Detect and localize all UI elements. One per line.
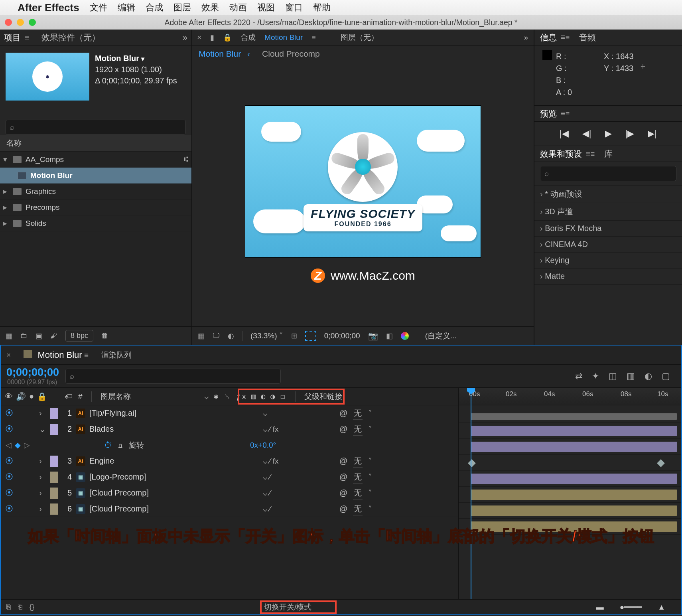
view-layout-dropdown[interactable]: (自定义...: [425, 331, 457, 341]
next-frame-icon[interactable]: |▶: [625, 128, 635, 139]
layer-switches[interactable]: ⌵ ⁄ fx: [263, 456, 335, 466]
flowchart-icon[interactable]: ⑆: [184, 155, 188, 164]
panel-menu-icon[interactable]: ≡: [561, 109, 567, 118]
keyframe-icon[interactable]: [657, 459, 665, 467]
comp-mini-flowchart-icon[interactable]: ⇄: [575, 371, 582, 381]
rotation-value[interactable]: 0x+0.0°: [250, 441, 276, 450]
label-col-icon[interactable]: 🏷: [65, 392, 73, 401]
chevron-down-icon[interactable]: ˅: [368, 456, 372, 466]
mask-icon[interactable]: ◐: [228, 332, 234, 340]
timeline-tab-render-queue[interactable]: 渲染队列: [101, 350, 132, 360]
twirl-icon[interactable]: ›: [39, 409, 46, 418]
layer-track[interactable]: [459, 471, 681, 487]
effects-category[interactable]: 3D 声道: [534, 203, 682, 220]
pickwhip-icon[interactable]: @: [339, 504, 347, 513]
effects-category[interactable]: * 动画预设: [534, 185, 682, 203]
panel-menu-icon[interactable]: ≡: [586, 149, 592, 158]
menu-view[interactable]: 视图: [257, 2, 275, 14]
toggle-inout-icon[interactable]: {}: [30, 603, 34, 611]
work-area-bar[interactable]: [459, 405, 681, 423]
twirl-icon[interactable]: ⌄: [39, 424, 46, 434]
timeline-search-input[interactable]: ⌕: [65, 369, 281, 384]
snapshot-icon[interactable]: 📷: [368, 331, 378, 341]
panel-menu-icon[interactable]: ≡: [311, 34, 316, 42]
zoom-dropdown[interactable]: (33.3%): [250, 331, 283, 340]
tab-layer-none[interactable]: 图层（无）: [341, 32, 378, 43]
parent-dropdown[interactable]: 无: [353, 455, 363, 468]
audio-col-icon[interactable]: 🔊: [16, 392, 26, 401]
last-frame-icon[interactable]: ▶|: [648, 128, 657, 139]
lock-icon[interactable]: 🔒: [223, 33, 232, 42]
color-management-icon[interactable]: [401, 332, 409, 340]
layer-track[interactable]: [459, 423, 681, 439]
effects-category[interactable]: Matte: [534, 268, 682, 284]
motion-blur-icon[interactable]: ◐: [645, 371, 652, 381]
interpret-footage-icon[interactable]: ▦: [6, 332, 12, 340]
folder-aa-comps[interactable]: ▾ AA_Comps ⑆: [0, 152, 191, 168]
layer-row[interactable]: ⦿›4▣[Logo-Precomp]⌵ ⁄@无˅: [1, 469, 458, 485]
lock-col-icon[interactable]: 🔒: [37, 392, 47, 401]
close-tab-icon[interactable]: ×: [6, 351, 11, 359]
zoom-out-icon[interactable]: ▬: [596, 603, 604, 612]
breadcrumb-motion-blur[interactable]: Motion Blur ‹: [199, 49, 250, 59]
play-icon[interactable]: ▶: [605, 128, 612, 139]
timeline-tab-motion-blur[interactable]: Motion Blur: [24, 350, 89, 360]
chevron-down-icon[interactable]: ˅: [368, 472, 372, 482]
label-color-chip[interactable]: [50, 408, 58, 419]
parent-dropdown[interactable]: 无: [353, 487, 363, 500]
folder-solids[interactable]: ▸ Solids: [0, 215, 191, 231]
brush-icon[interactable]: 🖌: [50, 332, 57, 340]
close-tab-icon[interactable]: ×: [197, 33, 201, 42]
viewer-timecode[interactable]: 0;00;00;00: [324, 332, 360, 340]
tab-preview[interactable]: 预览 ≡: [540, 108, 567, 119]
tab-info[interactable]: 信息 ≡: [540, 32, 567, 43]
keyframe-icon[interactable]: [468, 459, 476, 467]
prev-keyframe-icon[interactable]: ◁: [6, 440, 12, 450]
tab-effect-controls[interactable]: 效果控件（无）: [41, 32, 100, 43]
effects-category[interactable]: CINEMA 4D: [534, 236, 682, 252]
layer-bar[interactable]: [471, 442, 677, 452]
close-icon[interactable]: [5, 19, 12, 26]
layer-track[interactable]: [459, 519, 681, 535]
app-name[interactable]: After Effects: [18, 2, 79, 14]
effects-category[interactable]: Keying: [534, 252, 682, 268]
layer-switches[interactable]: ⌵ ⁄: [263, 472, 335, 482]
comp-viewer-canvas[interactable]: FLYING SOCIETY FOUNDED 1966: [245, 106, 481, 257]
comp-motion-blur[interactable]: Motion Blur: [0, 168, 191, 184]
menu-layer[interactable]: 图层: [173, 2, 191, 14]
twirl-icon[interactable]: ›: [39, 456, 46, 466]
layer-bar[interactable]: [471, 490, 677, 500]
toggle-switches-icon[interactable]: ⎘: [6, 603, 11, 611]
layer-track[interactable]: [459, 503, 681, 519]
pickwhip-icon[interactable]: @: [339, 472, 347, 482]
project-search-input[interactable]: ⌕: [6, 120, 186, 135]
layer-switches[interactable]: ⌵ ⁄: [263, 488, 335, 498]
layer-switches[interactable]: ⌵ ⁄: [263, 504, 335, 513]
graph-editor-icon[interactable]: ▢: [662, 371, 670, 381]
layer-bar[interactable]: [471, 505, 677, 516]
pickwhip-icon[interactable]: @: [339, 456, 347, 466]
visibility-col-icon[interactable]: 👁: [5, 392, 13, 401]
chevron-down-icon[interactable]: ˅: [368, 409, 372, 418]
tab-audio[interactable]: 音频: [579, 32, 596, 43]
panel-overflow-icon[interactable]: »: [183, 33, 187, 43]
playhead[interactable]: [471, 388, 471, 599]
current-timecode[interactable]: 0;00;00;00: [6, 366, 59, 379]
keyframe-lane[interactable]: [459, 455, 681, 471]
pickwhip-icon[interactable]: @: [339, 424, 347, 434]
twirl-icon[interactable]: ›: [39, 488, 46, 498]
new-folder-icon[interactable]: 🗀: [20, 332, 28, 340]
pickwhip-icon[interactable]: @: [339, 409, 347, 418]
project-column-name[interactable]: 名称: [0, 135, 191, 152]
panel-overflow-icon[interactable]: »: [524, 33, 528, 42]
layer-switches[interactable]: ⌵: [263, 409, 335, 418]
first-frame-icon[interactable]: |◀: [560, 128, 569, 139]
menu-comp[interactable]: 合成: [146, 2, 163, 14]
zoom-slider[interactable]: ●━━━━: [620, 602, 642, 612]
layer-bar[interactable]: [471, 426, 677, 436]
resolution-icon[interactable]: ⊞: [291, 332, 297, 340]
stopwatch-icon[interactable]: ⏱: [104, 441, 112, 450]
next-keyframe-icon[interactable]: ▷: [24, 440, 30, 450]
chevron-down-icon[interactable]: ˅: [368, 424, 372, 434]
folder-precomps[interactable]: ▸ Precomps: [0, 199, 191, 215]
